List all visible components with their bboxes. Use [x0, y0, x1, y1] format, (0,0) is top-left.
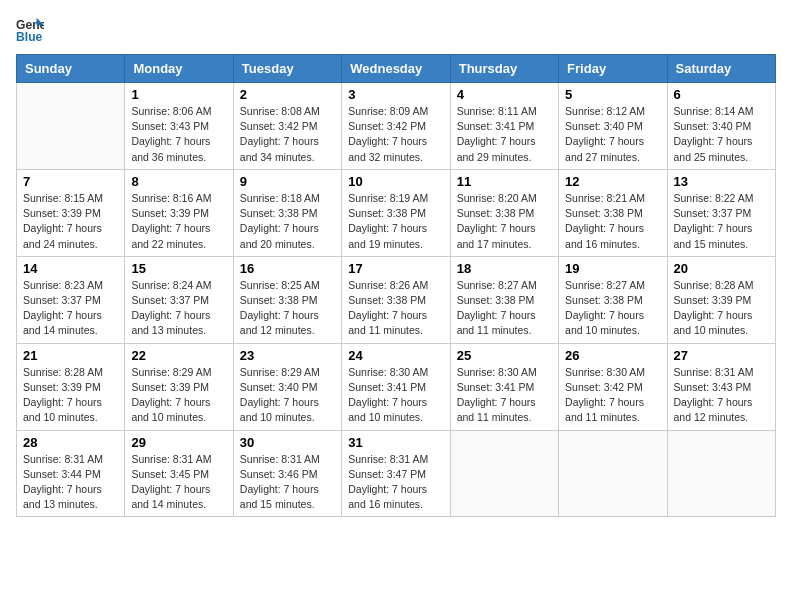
day-number: 17: [348, 261, 443, 276]
calendar-cell: 1 Sunrise: 8:06 AMSunset: 3:43 PMDayligh…: [125, 83, 233, 170]
calendar-cell: 10 Sunrise: 8:19 AMSunset: 3:38 PMDaylig…: [342, 169, 450, 256]
calendar-cell: 6 Sunrise: 8:14 AMSunset: 3:40 PMDayligh…: [667, 83, 775, 170]
day-number: 27: [674, 348, 769, 363]
day-number: 28: [23, 435, 118, 450]
logo: General Blue: [16, 16, 44, 44]
calendar-week-row: 14 Sunrise: 8:23 AMSunset: 3:37 PMDaylig…: [17, 256, 776, 343]
day-info: Sunrise: 8:18 AMSunset: 3:38 PMDaylight:…: [240, 191, 335, 252]
calendar-cell: 18 Sunrise: 8:27 AMSunset: 3:38 PMDaylig…: [450, 256, 558, 343]
day-info: Sunrise: 8:30 AMSunset: 3:42 PMDaylight:…: [565, 365, 660, 426]
calendar-cell: 8 Sunrise: 8:16 AMSunset: 3:39 PMDayligh…: [125, 169, 233, 256]
day-number: 19: [565, 261, 660, 276]
day-number: 3: [348, 87, 443, 102]
column-header-thursday: Thursday: [450, 55, 558, 83]
calendar-cell: 2 Sunrise: 8:08 AMSunset: 3:42 PMDayligh…: [233, 83, 341, 170]
calendar-cell: 19 Sunrise: 8:27 AMSunset: 3:38 PMDaylig…: [559, 256, 667, 343]
calendar-cell: 7 Sunrise: 8:15 AMSunset: 3:39 PMDayligh…: [17, 169, 125, 256]
header: General Blue: [16, 16, 776, 44]
day-info: Sunrise: 8:09 AMSunset: 3:42 PMDaylight:…: [348, 104, 443, 165]
calendar-week-row: 7 Sunrise: 8:15 AMSunset: 3:39 PMDayligh…: [17, 169, 776, 256]
day-info: Sunrise: 8:31 AMSunset: 3:43 PMDaylight:…: [674, 365, 769, 426]
day-number: 31: [348, 435, 443, 450]
calendar-cell: 23 Sunrise: 8:29 AMSunset: 3:40 PMDaylig…: [233, 343, 341, 430]
calendar: SundayMondayTuesdayWednesdayThursdayFrid…: [16, 54, 776, 517]
calendar-cell: 29 Sunrise: 8:31 AMSunset: 3:45 PMDaylig…: [125, 430, 233, 517]
day-number: 13: [674, 174, 769, 189]
day-number: 24: [348, 348, 443, 363]
column-header-saturday: Saturday: [667, 55, 775, 83]
day-info: Sunrise: 8:15 AMSunset: 3:39 PMDaylight:…: [23, 191, 118, 252]
day-number: 11: [457, 174, 552, 189]
column-header-wednesday: Wednesday: [342, 55, 450, 83]
calendar-week-row: 1 Sunrise: 8:06 AMSunset: 3:43 PMDayligh…: [17, 83, 776, 170]
day-info: Sunrise: 8:16 AMSunset: 3:39 PMDaylight:…: [131, 191, 226, 252]
day-info: Sunrise: 8:14 AMSunset: 3:40 PMDaylight:…: [674, 104, 769, 165]
day-info: Sunrise: 8:11 AMSunset: 3:41 PMDaylight:…: [457, 104, 552, 165]
day-info: Sunrise: 8:19 AMSunset: 3:38 PMDaylight:…: [348, 191, 443, 252]
day-number: 18: [457, 261, 552, 276]
calendar-week-row: 28 Sunrise: 8:31 AMSunset: 3:44 PMDaylig…: [17, 430, 776, 517]
day-info: Sunrise: 8:28 AMSunset: 3:39 PMDaylight:…: [674, 278, 769, 339]
calendar-week-row: 21 Sunrise: 8:28 AMSunset: 3:39 PMDaylig…: [17, 343, 776, 430]
day-number: 25: [457, 348, 552, 363]
day-number: 7: [23, 174, 118, 189]
day-info: Sunrise: 8:20 AMSunset: 3:38 PMDaylight:…: [457, 191, 552, 252]
calendar-cell: 17 Sunrise: 8:26 AMSunset: 3:38 PMDaylig…: [342, 256, 450, 343]
calendar-cell: 15 Sunrise: 8:24 AMSunset: 3:37 PMDaylig…: [125, 256, 233, 343]
day-number: 21: [23, 348, 118, 363]
logo-icon: General Blue: [16, 16, 44, 44]
day-number: 16: [240, 261, 335, 276]
day-number: 6: [674, 87, 769, 102]
day-number: 12: [565, 174, 660, 189]
calendar-cell: 16 Sunrise: 8:25 AMSunset: 3:38 PMDaylig…: [233, 256, 341, 343]
day-info: Sunrise: 8:06 AMSunset: 3:43 PMDaylight:…: [131, 104, 226, 165]
calendar-cell: 4 Sunrise: 8:11 AMSunset: 3:41 PMDayligh…: [450, 83, 558, 170]
day-info: Sunrise: 8:08 AMSunset: 3:42 PMDaylight:…: [240, 104, 335, 165]
day-number: 20: [674, 261, 769, 276]
column-header-monday: Monday: [125, 55, 233, 83]
day-number: 30: [240, 435, 335, 450]
calendar-cell: 22 Sunrise: 8:29 AMSunset: 3:39 PMDaylig…: [125, 343, 233, 430]
day-number: 26: [565, 348, 660, 363]
calendar-cell: 28 Sunrise: 8:31 AMSunset: 3:44 PMDaylig…: [17, 430, 125, 517]
day-number: 14: [23, 261, 118, 276]
day-number: 2: [240, 87, 335, 102]
day-number: 22: [131, 348, 226, 363]
calendar-cell: 9 Sunrise: 8:18 AMSunset: 3:38 PMDayligh…: [233, 169, 341, 256]
calendar-cell: [559, 430, 667, 517]
svg-text:Blue: Blue: [16, 30, 43, 44]
day-info: Sunrise: 8:31 AMSunset: 3:45 PMDaylight:…: [131, 452, 226, 513]
day-info: Sunrise: 8:31 AMSunset: 3:44 PMDaylight:…: [23, 452, 118, 513]
day-number: 23: [240, 348, 335, 363]
day-info: Sunrise: 8:25 AMSunset: 3:38 PMDaylight:…: [240, 278, 335, 339]
calendar-cell: [450, 430, 558, 517]
day-info: Sunrise: 8:22 AMSunset: 3:37 PMDaylight:…: [674, 191, 769, 252]
calendar-cell: 27 Sunrise: 8:31 AMSunset: 3:43 PMDaylig…: [667, 343, 775, 430]
calendar-header-row: SundayMondayTuesdayWednesdayThursdayFrid…: [17, 55, 776, 83]
calendar-cell: 3 Sunrise: 8:09 AMSunset: 3:42 PMDayligh…: [342, 83, 450, 170]
column-header-tuesday: Tuesday: [233, 55, 341, 83]
calendar-cell: 14 Sunrise: 8:23 AMSunset: 3:37 PMDaylig…: [17, 256, 125, 343]
day-number: 8: [131, 174, 226, 189]
day-info: Sunrise: 8:31 AMSunset: 3:47 PMDaylight:…: [348, 452, 443, 513]
day-info: Sunrise: 8:29 AMSunset: 3:39 PMDaylight:…: [131, 365, 226, 426]
day-info: Sunrise: 8:12 AMSunset: 3:40 PMDaylight:…: [565, 104, 660, 165]
day-number: 5: [565, 87, 660, 102]
calendar-cell: 21 Sunrise: 8:28 AMSunset: 3:39 PMDaylig…: [17, 343, 125, 430]
column-header-friday: Friday: [559, 55, 667, 83]
day-info: Sunrise: 8:31 AMSunset: 3:46 PMDaylight:…: [240, 452, 335, 513]
day-info: Sunrise: 8:30 AMSunset: 3:41 PMDaylight:…: [348, 365, 443, 426]
day-info: Sunrise: 8:26 AMSunset: 3:38 PMDaylight:…: [348, 278, 443, 339]
day-number: 9: [240, 174, 335, 189]
day-info: Sunrise: 8:24 AMSunset: 3:37 PMDaylight:…: [131, 278, 226, 339]
day-info: Sunrise: 8:21 AMSunset: 3:38 PMDaylight:…: [565, 191, 660, 252]
calendar-cell: 25 Sunrise: 8:30 AMSunset: 3:41 PMDaylig…: [450, 343, 558, 430]
day-info: Sunrise: 8:29 AMSunset: 3:40 PMDaylight:…: [240, 365, 335, 426]
calendar-cell: [17, 83, 125, 170]
calendar-cell: 30 Sunrise: 8:31 AMSunset: 3:46 PMDaylig…: [233, 430, 341, 517]
day-number: 4: [457, 87, 552, 102]
day-info: Sunrise: 8:23 AMSunset: 3:37 PMDaylight:…: [23, 278, 118, 339]
day-number: 10: [348, 174, 443, 189]
column-header-sunday: Sunday: [17, 55, 125, 83]
day-info: Sunrise: 8:27 AMSunset: 3:38 PMDaylight:…: [457, 278, 552, 339]
